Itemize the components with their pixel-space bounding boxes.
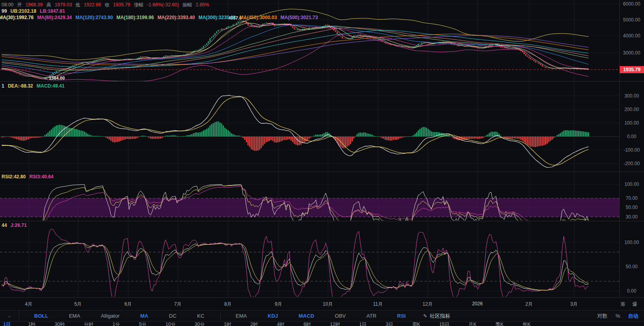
axis-label: 0.00	[621, 134, 643, 139]
time-axis-label: 2月	[525, 301, 533, 308]
boll-values-row: 99UB:2102.18LB:1847.81	[2, 8, 68, 14]
period-button[interactable]: 年K	[523, 321, 531, 326]
indicator-button-alligator[interactable]: Alligator	[101, 313, 120, 319]
axis-label: 200.00	[621, 107, 643, 112]
period-button[interactable]: 3日	[386, 321, 393, 326]
value-segment: J:26.71	[10, 223, 27, 228]
period-low-marker: ←1384.00	[45, 76, 65, 80]
period-button[interactable]: 5分	[139, 321, 146, 326]
value-segment: MA(220):3393.40	[158, 15, 195, 20]
period-button[interactable]: 月K	[469, 321, 477, 326]
axis-label: 300.00	[621, 93, 643, 99]
time-axis-label: 10月	[323, 301, 333, 308]
period-selected[interactable]: 1日	[3, 321, 11, 326]
period-selector-row: 1日 1秒30秒分时1分5分10分30分1时2时4时6时12时1日3日周K15日…	[0, 321, 644, 326]
value-segment: 收	[105, 2, 109, 8]
indicator-button-ema[interactable]: EMA	[69, 313, 80, 319]
value-segment: MA(450):3000.03	[239, 15, 277, 20]
community-indicators-label: 社区指标	[430, 312, 450, 320]
value-segment: MA(60):2429.34	[37, 15, 72, 20]
axis-label: 0.00	[621, 288, 643, 294]
period-button[interactable]: 周K	[412, 321, 420, 326]
value-segment: 1922.86	[84, 2, 101, 8]
macd-values-row: 1DEA:-88.32MACD:49.41	[2, 83, 68, 89]
indicator-button-ma[interactable]: MA	[140, 313, 148, 319]
period-button[interactable]: 15日	[439, 321, 449, 326]
period-button[interactable]: 1秒	[28, 321, 36, 326]
main-chart[interactable]: ←1384.004957.6 →	[0, 0, 644, 298]
period-button[interactable]: 1日	[359, 321, 367, 326]
period-button[interactable]: 2时	[251, 321, 258, 326]
time-axis-label: 4月	[25, 301, 33, 308]
value-segment: UB:2102.18	[10, 8, 36, 14]
value-segment: 涨幅	[134, 2, 144, 8]
period-button[interactable]: 30秒	[54, 321, 64, 326]
value-segment: MA(300):3235.93	[198, 15, 236, 20]
axis-label: 100.00	[621, 120, 643, 126]
period-button[interactable]: 6时	[304, 321, 311, 326]
axis-label: 3000.00	[621, 50, 643, 56]
value-segment: MA(30):1992.76	[0, 15, 33, 20]
indicator-button-rsi[interactable]: RSI	[397, 313, 406, 319]
time-axis-label: 3月	[570, 301, 578, 308]
sub-indicator-group: EMAKDJMACDOBVATRRSI	[236, 313, 406, 319]
indicator-button-boll[interactable]: BOLL	[34, 313, 48, 319]
rsi-band	[0, 198, 619, 217]
period-list: 1秒30秒分时1分5分10分30分1时2时4时6时12时1日3日周K15日月K季…	[28, 321, 531, 326]
scale-controls: 对数 % 自动	[597, 312, 644, 320]
period-button[interactable]: 12时	[330, 321, 340, 326]
indicator-button-obv[interactable]: OBV	[335, 313, 346, 319]
indicator-button-macd[interactable]: MACD	[299, 313, 314, 319]
indicator-button-kdj[interactable]: KDJ	[268, 313, 278, 319]
time-axis-label: 6月	[125, 301, 132, 308]
percent-scale-button[interactable]: %	[615, 313, 620, 319]
period-button[interactable]: 1分	[113, 321, 120, 326]
collapse-icon[interactable]: ⌄	[0, 310, 19, 321]
log-scale-button[interactable]: 对数	[597, 312, 607, 320]
axis-label: 5000.00	[621, 17, 643, 23]
value-segment: 99	[2, 8, 7, 14]
axis-label: -100.00	[621, 147, 643, 153]
ma-values-row: MA(30):1992.76MA(60):2429.34MA(120):2743…	[0, 15, 321, 20]
value-segment: 1979.03	[54, 2, 72, 8]
auto-scale-button[interactable]: 自动	[628, 312, 638, 320]
axis-label: 50.00	[621, 264, 643, 269]
axis-label: 6000.00	[621, 1, 643, 7]
value-segment: MA(500):3021.73	[280, 15, 318, 20]
indicator-toolbar: ⌄ BOLLEMAAlligatorMADCKC EMAKDJMACDOBVAT…	[0, 310, 644, 322]
edit-icon: ✎	[423, 313, 427, 319]
indicator-button-dc[interactable]: DC	[169, 313, 177, 319]
period-button[interactable]: 30分	[195, 321, 204, 326]
community-indicators-button[interactable]: ✎ 社区指标	[423, 312, 450, 320]
value-segment: MA(180):3199.96	[117, 15, 154, 20]
chip-distribution-toggle[interactable]: 筹	[621, 301, 625, 308]
period-button[interactable]: 1时	[224, 321, 232, 326]
value-segment: -1.66%(-32.60)	[147, 2, 179, 8]
time-axis-label: 5月	[74, 301, 82, 308]
axis-label: 70.00	[621, 195, 643, 201]
axis-label: 4000.00	[621, 33, 643, 39]
period-button[interactable]: 4时	[277, 321, 284, 326]
indicator-button-kc[interactable]: KC	[197, 313, 204, 319]
value-segment: 低	[76, 2, 80, 8]
value-segment: MA(120):2743.90	[76, 15, 113, 20]
time-axis-label: 9月	[275, 301, 282, 308]
period-button[interactable]: 分时	[84, 321, 93, 326]
rsi-values-row: RSI2:42.80RSI3:40.64	[2, 174, 57, 180]
indicator-button-atr[interactable]: ATR	[366, 313, 376, 319]
macd-histogram-layer	[1, 121, 589, 151]
time-axis-label: 8月	[224, 301, 232, 308]
axis-label: 50.00	[621, 205, 643, 210]
axis-label: 30.00	[621, 214, 643, 220]
indicator-button-ema[interactable]: EMA	[236, 313, 247, 319]
period-button[interactable]: 10分	[165, 321, 175, 326]
chip-liquidation-toggle[interactable]: 爆	[632, 301, 637, 308]
time-axis-label: 7月	[174, 301, 182, 308]
axis-label: -200.00	[621, 161, 643, 166]
value-segment: MACD:49.41	[37, 83, 64, 89]
value-segment: RSI3:40.64	[29, 174, 54, 180]
value-segment: 08:00	[2, 2, 14, 8]
toolbar-divider	[220, 313, 221, 319]
value-segment: LB:1847.81	[40, 8, 65, 14]
period-button[interactable]: 季K	[496, 321, 504, 326]
